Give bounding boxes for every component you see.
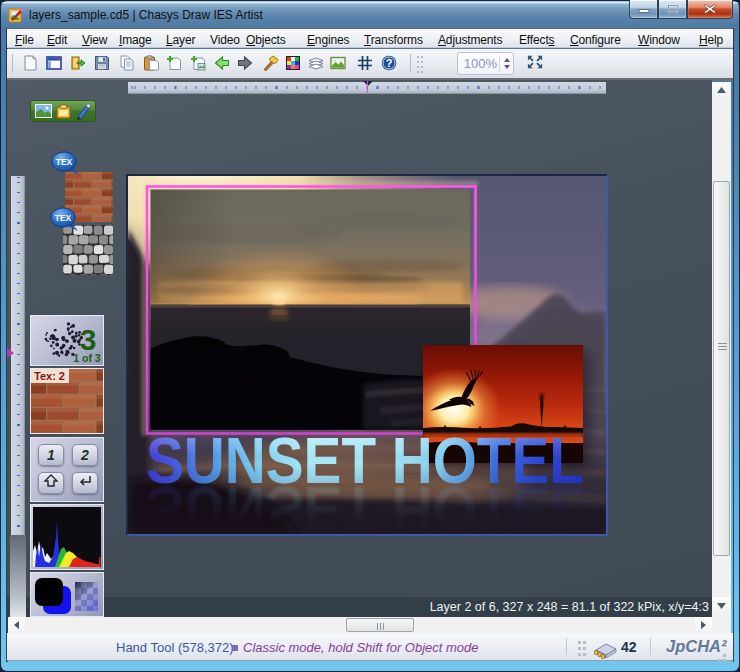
svg-text:SUNSET HOTEL: SUNSET HOTEL bbox=[146, 424, 584, 497]
svg-text:?: ? bbox=[385, 57, 392, 69]
svg-text:1 of 3: 1 of 3 bbox=[73, 352, 101, 364]
svg-text:Tex: 2: Tex: 2 bbox=[34, 370, 65, 382]
svg-text:TEX: TEX bbox=[55, 213, 72, 223]
svg-text:TEX: TEX bbox=[56, 157, 73, 167]
